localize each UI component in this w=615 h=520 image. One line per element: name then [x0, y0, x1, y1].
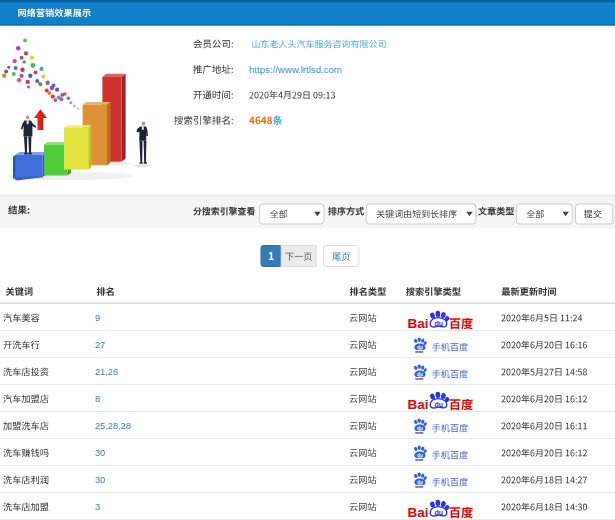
svg-text:Bai: Bai — [408, 397, 429, 412]
svg-text:du: du — [417, 372, 423, 377]
svg-text:Bai: Bai — [408, 316, 429, 331]
svg-text:30: 30 — [95, 448, 105, 458]
svg-text:27: 27 — [95, 340, 105, 350]
svg-text:25,28,28: 25,28,28 — [95, 421, 131, 431]
svg-text:du: du — [435, 509, 444, 516]
svg-text:du: du — [417, 345, 423, 350]
svg-text:du: du — [435, 320, 444, 327]
svg-text:du: du — [435, 401, 444, 408]
svg-text:9: 9 — [95, 313, 100, 323]
svg-text:du: du — [417, 480, 423, 485]
svg-text:du: du — [417, 426, 423, 431]
svg-text:30: 30 — [95, 475, 105, 485]
svg-text:8: 8 — [95, 394, 100, 404]
svg-text:1: 1 — [268, 251, 274, 262]
svg-text:Bai: Bai — [408, 505, 429, 520]
svg-text:https://www.lrtlsd.com: https://www.lrtlsd.com — [249, 64, 342, 75]
svg-text:du: du — [417, 453, 423, 458]
svg-text:21,26: 21,26 — [95, 367, 118, 377]
svg-text:3: 3 — [95, 502, 100, 512]
